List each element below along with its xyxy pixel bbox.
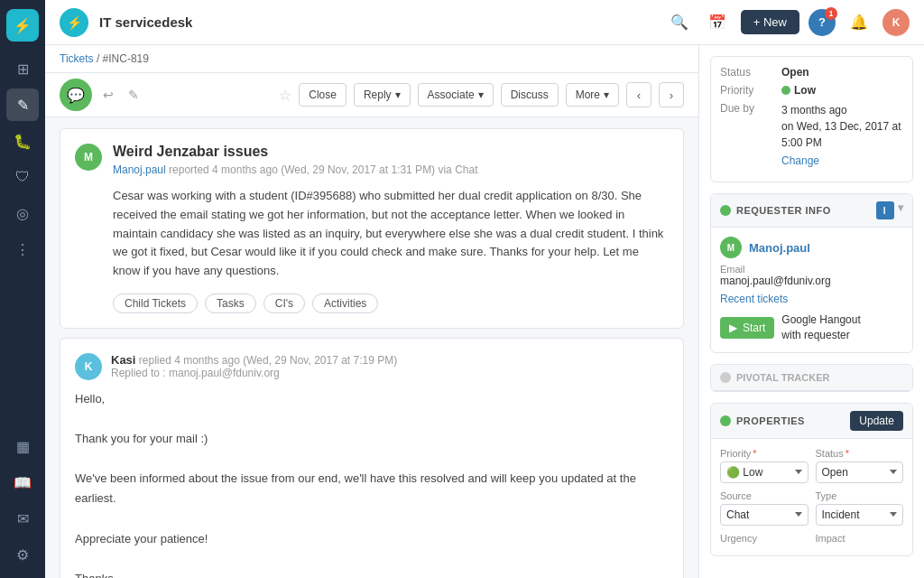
more-button[interactable]: More ▾	[566, 83, 619, 107]
properties-dot	[720, 415, 731, 426]
tag-cis[interactable]: CI's	[263, 294, 305, 313]
main-area: ⚡ IT servicedesk 🔍 📅 + New ? 🔔 K Tickets…	[45, 0, 924, 578]
content-area: Tickets / #INC-819 💬 ↩ ✎ ☆ Close Reply ▾	[45, 45, 924, 578]
nav-item-grid[interactable]: ▦	[6, 430, 39, 462]
reply-author-link[interactable]: Kasi	[111, 353, 135, 367]
ticket-tags: Child Tickets Tasks CI's Activities	[113, 294, 669, 313]
nav-item-dots[interactable]: ⋮	[6, 233, 39, 266]
nav-item-settings[interactable]: ⚙	[6, 538, 39, 571]
ticket-reporter-link[interactable]: Manoj.paul	[113, 163, 166, 176]
more-dropdown-icon: ▾	[604, 89, 609, 101]
due-by-value: 3 months ago on Wed, 13 Dec, 2017 at 5:0…	[781, 102, 903, 167]
search-button[interactable]: 🔍	[665, 8, 694, 37]
ticket-author-avatar: M	[75, 144, 102, 171]
properties-section: PROPERTIES Update Priority * 🟢 Low	[710, 403, 913, 556]
undo-icon[interactable]: ↩	[99, 86, 117, 104]
nav-item-circle[interactable]: ◎	[6, 197, 39, 229]
nav-item-dashboard[interactable]: ⊞	[6, 52, 39, 85]
priority-label: Priority	[720, 84, 774, 97]
tag-tasks[interactable]: Tasks	[205, 294, 256, 313]
associate-button[interactable]: Associate ▾	[418, 83, 494, 107]
priority-row: Priority Low	[720, 84, 903, 97]
requester-avatar: M	[720, 237, 742, 258]
requester-name[interactable]: Manoj.paul	[749, 241, 810, 255]
reply-author-avatar: K	[75, 353, 102, 380]
requester-info-section: REQUESTER INFO i ▾ M Manoj.paul Email ma…	[710, 193, 913, 353]
properties-label: PROPERTIES	[736, 415, 805, 426]
associate-button-label: Associate	[428, 89, 475, 101]
type-field-label: Type	[816, 490, 904, 501]
nav-item-shield[interactable]: 🛡	[6, 161, 39, 193]
reply-body: Hello, Thank you for your mail :) We've …	[75, 389, 669, 578]
next-button[interactable]: ›	[659, 82, 684, 107]
ticket-card: M Weird Jenzabar issues Manoj.paul repor…	[60, 128, 684, 329]
due-by-date: on Wed, 13 Dec, 2017 at 5:00 PM	[781, 118, 903, 151]
properties-body: Priority * 🟢 Low Medium High Urgent	[711, 439, 912, 555]
ticket-meta: Manoj.paul reported 4 months ago (Wed, 2…	[113, 163, 669, 176]
notifications-button[interactable]: 🔔	[845, 8, 873, 37]
nav-logo[interactable]: ⚡	[6, 9, 39, 42]
status-required: *	[845, 448, 849, 459]
ticket-body-text: Cesar was working with a student (ID#395…	[113, 187, 669, 281]
prev-button[interactable]: ‹	[626, 82, 651, 107]
breadcrumb-current: #INC-819	[103, 52, 149, 65]
nav-item-book[interactable]: 📖	[6, 466, 39, 499]
type-col: Type Incident Service Request Problem Ch…	[816, 490, 904, 526]
pivotal-label: PIVOTAL TRACKER	[736, 372, 830, 383]
app-title: IT servicedesk	[99, 14, 654, 30]
urgency-col: Urgency	[720, 533, 808, 546]
priority-col: Priority * 🟢 Low Medium High Urgent	[720, 448, 808, 483]
recent-tickets-link[interactable]: Recent tickets	[720, 293, 903, 305]
video-icon: ▶	[729, 322, 737, 334]
nav-item-message[interactable]: ✉	[6, 502, 39, 535]
type-select[interactable]: Incident Service Request Problem Change	[816, 504, 904, 526]
update-button[interactable]: Update	[850, 411, 903, 431]
edit-icon[interactable]: ✎	[125, 86, 143, 104]
source-select[interactable]: Chat Email Phone Portal	[720, 504, 808, 526]
due-by-row: Due by 3 months ago on Wed, 13 Dec, 2017…	[720, 102, 903, 167]
requester-dropdown-icon[interactable]: ▾	[898, 201, 904, 219]
status-select[interactable]: Open Pending Resolved Closed	[816, 461, 904, 483]
tag-child-tickets[interactable]: Child Tickets	[113, 294, 198, 313]
priority-select[interactable]: 🟢 Low Medium High Urgent	[720, 461, 808, 483]
priority-dot	[781, 86, 790, 95]
right-panel: Status Open Priority Low Due by 3 mont	[698, 45, 924, 578]
pivotal-section: PIVOTAL TRACKER	[710, 364, 913, 392]
source-col: Source Chat Email Phone Portal	[720, 490, 808, 526]
pivotal-title: PIVOTAL TRACKER	[711, 365, 912, 391]
source-type-row: Source Chat Email Phone Portal Type	[720, 490, 903, 526]
status-label: Status	[720, 66, 774, 79]
nav-item-bugs[interactable]: 🐛	[6, 125, 39, 157]
change-link[interactable]: Change	[781, 154, 903, 167]
due-by-label: Due by	[720, 102, 774, 115]
reply-button-label: Reply	[364, 89, 392, 101]
calendar-button[interactable]: 📅	[703, 8, 732, 37]
reply-to: Replied to : manoj.paul@fduniv.org	[111, 367, 397, 379]
properties-header: PROPERTIES Update	[711, 404, 912, 439]
requester-info-btn[interactable]: i	[876, 201, 894, 219]
start-button-label: Start	[743, 322, 765, 334]
reply-button[interactable]: Reply ▾	[354, 83, 411, 107]
close-button[interactable]: Close	[299, 83, 346, 107]
priority-text: Low	[794, 84, 816, 97]
start-hangout-button[interactable]: ▶ Start	[720, 317, 774, 339]
due-by-ago: 3 months ago	[781, 102, 903, 118]
ticket-area: Tickets / #INC-819 💬 ↩ ✎ ☆ Close Reply ▾	[45, 45, 698, 578]
status-info-section: Status Open Priority Low Due by 3 mont	[710, 56, 913, 182]
user-avatar[interactable]: K	[882, 9, 910, 36]
more-button-label: More	[576, 89, 600, 101]
help-button[interactable]: ?	[808, 9, 836, 36]
nav-item-compose[interactable]: ✎	[6, 89, 39, 121]
discuss-button[interactable]: Discuss	[501, 83, 559, 107]
tag-activities[interactable]: Activities	[312, 294, 378, 313]
requester-card: M Manoj.paul Email manoj.paul@fduniv.org…	[711, 228, 912, 352]
requester-section-label: REQUESTER INFO	[736, 205, 831, 216]
breadcrumb-parent[interactable]: Tickets	[60, 52, 94, 65]
star-icon[interactable]: ☆	[279, 87, 291, 104]
new-button[interactable]: + New	[741, 10, 799, 34]
reply-dropdown-icon: ▾	[395, 89, 401, 101]
status-info-body: Status Open Priority Low Due by 3 mont	[711, 57, 912, 182]
ticket-title: Weird Jenzabar issues	[113, 144, 669, 160]
source-field-label: Source	[720, 490, 808, 501]
app-logo: ⚡	[60, 8, 88, 37]
